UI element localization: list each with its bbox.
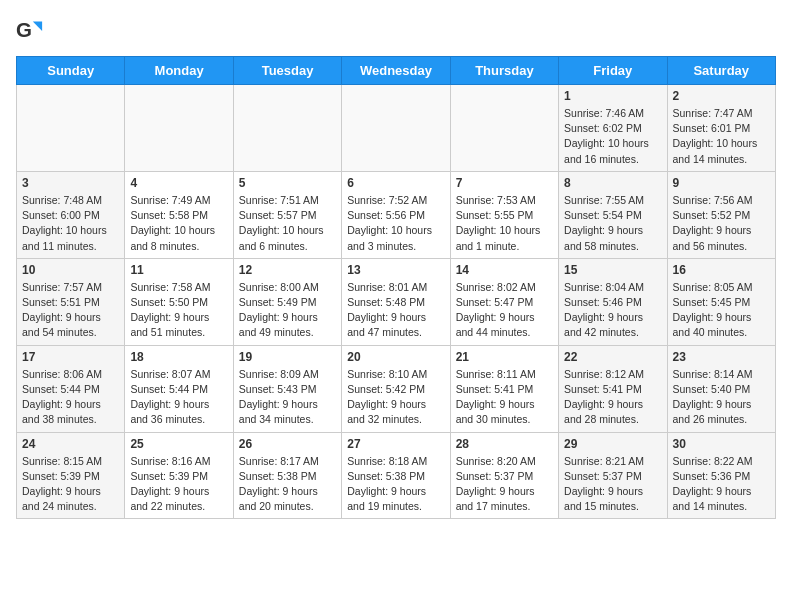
day-info: Sunrise: 8:18 AM Sunset: 5:38 PM Dayligh… <box>347 454 444 515</box>
day-number: 10 <box>22 263 119 277</box>
day-info: Sunrise: 8:22 AM Sunset: 5:36 PM Dayligh… <box>673 454 770 515</box>
day-header-thursday: Thursday <box>450 57 558 85</box>
day-info: Sunrise: 8:09 AM Sunset: 5:43 PM Dayligh… <box>239 367 336 428</box>
week-row-4: 17Sunrise: 8:06 AM Sunset: 5:44 PM Dayli… <box>17 345 776 432</box>
day-number: 4 <box>130 176 227 190</box>
calendar-cell <box>17 85 125 172</box>
calendar-cell: 10Sunrise: 7:57 AM Sunset: 5:51 PM Dayli… <box>17 258 125 345</box>
day-number: 1 <box>564 89 661 103</box>
day-info: Sunrise: 8:06 AM Sunset: 5:44 PM Dayligh… <box>22 367 119 428</box>
calendar-cell: 5Sunrise: 7:51 AM Sunset: 5:57 PM Daylig… <box>233 171 341 258</box>
calendar-cell: 4Sunrise: 7:49 AM Sunset: 5:58 PM Daylig… <box>125 171 233 258</box>
day-info: Sunrise: 7:51 AM Sunset: 5:57 PM Dayligh… <box>239 193 336 254</box>
day-info: Sunrise: 8:17 AM Sunset: 5:38 PM Dayligh… <box>239 454 336 515</box>
logo: G <box>16 16 48 44</box>
day-info: Sunrise: 7:46 AM Sunset: 6:02 PM Dayligh… <box>564 106 661 167</box>
day-number: 23 <box>673 350 770 364</box>
day-info: Sunrise: 7:49 AM Sunset: 5:58 PM Dayligh… <box>130 193 227 254</box>
day-number: 3 <box>22 176 119 190</box>
day-number: 14 <box>456 263 553 277</box>
calendar-cell: 23Sunrise: 8:14 AM Sunset: 5:40 PM Dayli… <box>667 345 775 432</box>
day-number: 18 <box>130 350 227 364</box>
day-number: 25 <box>130 437 227 451</box>
day-info: Sunrise: 8:02 AM Sunset: 5:47 PM Dayligh… <box>456 280 553 341</box>
day-info: Sunrise: 8:14 AM Sunset: 5:40 PM Dayligh… <box>673 367 770 428</box>
week-row-5: 24Sunrise: 8:15 AM Sunset: 5:39 PM Dayli… <box>17 432 776 519</box>
week-row-3: 10Sunrise: 7:57 AM Sunset: 5:51 PM Dayli… <box>17 258 776 345</box>
day-info: Sunrise: 7:52 AM Sunset: 5:56 PM Dayligh… <box>347 193 444 254</box>
day-info: Sunrise: 8:12 AM Sunset: 5:41 PM Dayligh… <box>564 367 661 428</box>
day-header-sunday: Sunday <box>17 57 125 85</box>
day-info: Sunrise: 8:05 AM Sunset: 5:45 PM Dayligh… <box>673 280 770 341</box>
day-info: Sunrise: 8:11 AM Sunset: 5:41 PM Dayligh… <box>456 367 553 428</box>
calendar-cell <box>233 85 341 172</box>
day-info: Sunrise: 7:57 AM Sunset: 5:51 PM Dayligh… <box>22 280 119 341</box>
day-info: Sunrise: 8:00 AM Sunset: 5:49 PM Dayligh… <box>239 280 336 341</box>
svg-text:G: G <box>16 18 32 41</box>
day-info: Sunrise: 8:21 AM Sunset: 5:37 PM Dayligh… <box>564 454 661 515</box>
day-number: 7 <box>456 176 553 190</box>
day-number: 13 <box>347 263 444 277</box>
calendar-cell: 27Sunrise: 8:18 AM Sunset: 5:38 PM Dayli… <box>342 432 450 519</box>
calendar-cell: 7Sunrise: 7:53 AM Sunset: 5:55 PM Daylig… <box>450 171 558 258</box>
calendar-cell: 1Sunrise: 7:46 AM Sunset: 6:02 PM Daylig… <box>559 85 667 172</box>
day-info: Sunrise: 7:47 AM Sunset: 6:01 PM Dayligh… <box>673 106 770 167</box>
day-info: Sunrise: 7:53 AM Sunset: 5:55 PM Dayligh… <box>456 193 553 254</box>
day-number: 15 <box>564 263 661 277</box>
calendar-cell: 3Sunrise: 7:48 AM Sunset: 6:00 PM Daylig… <box>17 171 125 258</box>
calendar-cell: 13Sunrise: 8:01 AM Sunset: 5:48 PM Dayli… <box>342 258 450 345</box>
calendar-cell: 24Sunrise: 8:15 AM Sunset: 5:39 PM Dayli… <box>17 432 125 519</box>
day-header-wednesday: Wednesday <box>342 57 450 85</box>
svg-marker-1 <box>33 22 42 31</box>
day-info: Sunrise: 8:04 AM Sunset: 5:46 PM Dayligh… <box>564 280 661 341</box>
calendar-cell: 11Sunrise: 7:58 AM Sunset: 5:50 PM Dayli… <box>125 258 233 345</box>
day-info: Sunrise: 7:48 AM Sunset: 6:00 PM Dayligh… <box>22 193 119 254</box>
calendar-cell: 20Sunrise: 8:10 AM Sunset: 5:42 PM Dayli… <box>342 345 450 432</box>
day-info: Sunrise: 8:10 AM Sunset: 5:42 PM Dayligh… <box>347 367 444 428</box>
calendar-cell: 22Sunrise: 8:12 AM Sunset: 5:41 PM Dayli… <box>559 345 667 432</box>
day-info: Sunrise: 8:15 AM Sunset: 5:39 PM Dayligh… <box>22 454 119 515</box>
header-row: SundayMondayTuesdayWednesdayThursdayFrid… <box>17 57 776 85</box>
day-header-friday: Friday <box>559 57 667 85</box>
day-header-tuesday: Tuesday <box>233 57 341 85</box>
day-number: 6 <box>347 176 444 190</box>
calendar-cell: 14Sunrise: 8:02 AM Sunset: 5:47 PM Dayli… <box>450 258 558 345</box>
day-info: Sunrise: 7:55 AM Sunset: 5:54 PM Dayligh… <box>564 193 661 254</box>
calendar-cell: 9Sunrise: 7:56 AM Sunset: 5:52 PM Daylig… <box>667 171 775 258</box>
day-header-saturday: Saturday <box>667 57 775 85</box>
day-number: 21 <box>456 350 553 364</box>
day-header-monday: Monday <box>125 57 233 85</box>
day-info: Sunrise: 7:56 AM Sunset: 5:52 PM Dayligh… <box>673 193 770 254</box>
calendar-cell: 26Sunrise: 8:17 AM Sunset: 5:38 PM Dayli… <box>233 432 341 519</box>
day-info: Sunrise: 7:58 AM Sunset: 5:50 PM Dayligh… <box>130 280 227 341</box>
calendar-cell: 12Sunrise: 8:00 AM Sunset: 5:49 PM Dayli… <box>233 258 341 345</box>
day-number: 22 <box>564 350 661 364</box>
calendar-cell: 18Sunrise: 8:07 AM Sunset: 5:44 PM Dayli… <box>125 345 233 432</box>
calendar-cell: 17Sunrise: 8:06 AM Sunset: 5:44 PM Dayli… <box>17 345 125 432</box>
day-number: 29 <box>564 437 661 451</box>
day-info: Sunrise: 8:20 AM Sunset: 5:37 PM Dayligh… <box>456 454 553 515</box>
calendar-cell: 21Sunrise: 8:11 AM Sunset: 5:41 PM Dayli… <box>450 345 558 432</box>
calendar-cell: 2Sunrise: 7:47 AM Sunset: 6:01 PM Daylig… <box>667 85 775 172</box>
calendar-cell <box>342 85 450 172</box>
day-number: 19 <box>239 350 336 364</box>
day-number: 28 <box>456 437 553 451</box>
calendar-cell: 6Sunrise: 7:52 AM Sunset: 5:56 PM Daylig… <box>342 171 450 258</box>
day-number: 8 <box>564 176 661 190</box>
day-info: Sunrise: 8:16 AM Sunset: 5:39 PM Dayligh… <box>130 454 227 515</box>
day-number: 30 <box>673 437 770 451</box>
day-number: 16 <box>673 263 770 277</box>
calendar-table: SundayMondayTuesdayWednesdayThursdayFrid… <box>16 56 776 519</box>
calendar-cell: 16Sunrise: 8:05 AM Sunset: 5:45 PM Dayli… <box>667 258 775 345</box>
calendar-cell: 30Sunrise: 8:22 AM Sunset: 5:36 PM Dayli… <box>667 432 775 519</box>
day-number: 9 <box>673 176 770 190</box>
calendar-cell: 29Sunrise: 8:21 AM Sunset: 5:37 PM Dayli… <box>559 432 667 519</box>
day-info: Sunrise: 8:01 AM Sunset: 5:48 PM Dayligh… <box>347 280 444 341</box>
calendar-cell: 15Sunrise: 8:04 AM Sunset: 5:46 PM Dayli… <box>559 258 667 345</box>
day-number: 20 <box>347 350 444 364</box>
page-header: G <box>16 16 776 44</box>
calendar-cell: 28Sunrise: 8:20 AM Sunset: 5:37 PM Dayli… <box>450 432 558 519</box>
day-number: 5 <box>239 176 336 190</box>
week-row-2: 3Sunrise: 7:48 AM Sunset: 6:00 PM Daylig… <box>17 171 776 258</box>
day-number: 17 <box>22 350 119 364</box>
